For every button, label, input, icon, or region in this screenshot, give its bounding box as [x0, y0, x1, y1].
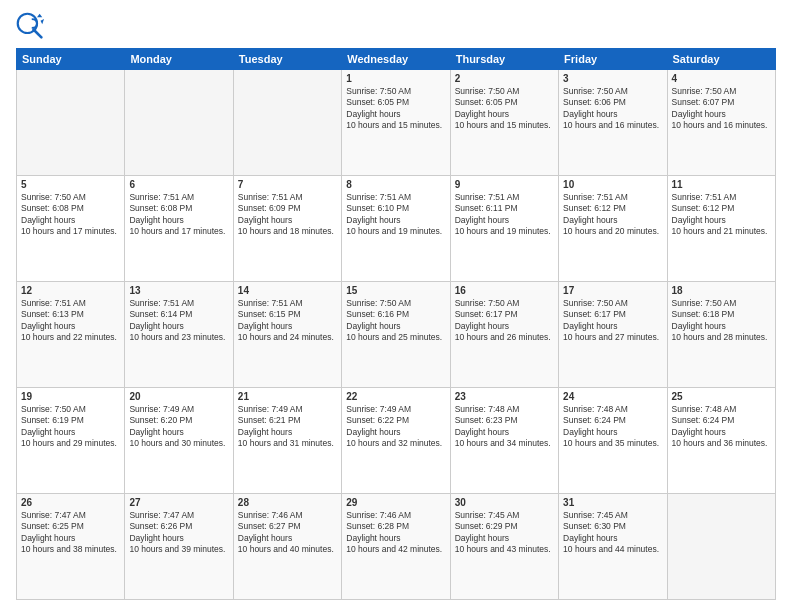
weekday-header-row: SundayMondayTuesdayWednesdayThursdayFrid…: [17, 49, 776, 70]
day-cell-empty: [233, 70, 341, 176]
cell-content: Sunrise: 7:50 AMSunset: 6:07 PMDaylight …: [672, 86, 771, 132]
day-number: 17: [563, 285, 662, 296]
svg-marker-2: [41, 19, 45, 24]
cell-content: Sunrise: 7:48 AMSunset: 6:24 PMDaylight …: [563, 404, 662, 450]
week-row-2: 5Sunrise: 7:50 AMSunset: 6:08 PMDaylight…: [17, 176, 776, 282]
day-cell-17: 17Sunrise: 7:50 AMSunset: 6:17 PMDayligh…: [559, 282, 667, 388]
day-cell-31: 31Sunrise: 7:45 AMSunset: 6:30 PMDayligh…: [559, 494, 667, 600]
cell-content: Sunrise: 7:49 AMSunset: 6:20 PMDaylight …: [129, 404, 228, 450]
weekday-header-monday: Monday: [125, 49, 233, 70]
day-number: 12: [21, 285, 120, 296]
day-cell-28: 28Sunrise: 7:46 AMSunset: 6:27 PMDayligh…: [233, 494, 341, 600]
day-number: 13: [129, 285, 228, 296]
svg-marker-1: [37, 14, 42, 18]
day-number: 28: [238, 497, 337, 508]
day-number: 9: [455, 179, 554, 190]
weekday-header-friday: Friday: [559, 49, 667, 70]
day-cell-19: 19Sunrise: 7:50 AMSunset: 6:19 PMDayligh…: [17, 388, 125, 494]
weekday-header-thursday: Thursday: [450, 49, 558, 70]
cell-content: Sunrise: 7:51 AMSunset: 6:09 PMDaylight …: [238, 192, 337, 238]
week-row-4: 19Sunrise: 7:50 AMSunset: 6:19 PMDayligh…: [17, 388, 776, 494]
cell-content: Sunrise: 7:51 AMSunset: 6:11 PMDaylight …: [455, 192, 554, 238]
day-number: 22: [346, 391, 445, 402]
day-cell-8: 8Sunrise: 7:51 AMSunset: 6:10 PMDaylight…: [342, 176, 450, 282]
day-cell-6: 6Sunrise: 7:51 AMSunset: 6:08 PMDaylight…: [125, 176, 233, 282]
day-cell-22: 22Sunrise: 7:49 AMSunset: 6:22 PMDayligh…: [342, 388, 450, 494]
cell-content: Sunrise: 7:51 AMSunset: 6:15 PMDaylight …: [238, 298, 337, 344]
cell-content: Sunrise: 7:48 AMSunset: 6:23 PMDaylight …: [455, 404, 554, 450]
day-number: 4: [672, 73, 771, 84]
cell-content: Sunrise: 7:46 AMSunset: 6:28 PMDaylight …: [346, 510, 445, 556]
day-cell-23: 23Sunrise: 7:48 AMSunset: 6:23 PMDayligh…: [450, 388, 558, 494]
day-cell-30: 30Sunrise: 7:45 AMSunset: 6:29 PMDayligh…: [450, 494, 558, 600]
cell-content: Sunrise: 7:45 AMSunset: 6:29 PMDaylight …: [455, 510, 554, 556]
cell-content: Sunrise: 7:51 AMSunset: 6:12 PMDaylight …: [672, 192, 771, 238]
day-cell-14: 14Sunrise: 7:51 AMSunset: 6:15 PMDayligh…: [233, 282, 341, 388]
day-number: 30: [455, 497, 554, 508]
day-cell-7: 7Sunrise: 7:51 AMSunset: 6:09 PMDaylight…: [233, 176, 341, 282]
day-number: 29: [346, 497, 445, 508]
day-number: 7: [238, 179, 337, 190]
day-cell-21: 21Sunrise: 7:49 AMSunset: 6:21 PMDayligh…: [233, 388, 341, 494]
week-row-1: 1Sunrise: 7:50 AMSunset: 6:05 PMDaylight…: [17, 70, 776, 176]
day-number: 14: [238, 285, 337, 296]
day-cell-27: 27Sunrise: 7:47 AMSunset: 6:26 PMDayligh…: [125, 494, 233, 600]
day-cell-3: 3Sunrise: 7:50 AMSunset: 6:06 PMDaylight…: [559, 70, 667, 176]
cell-content: Sunrise: 7:47 AMSunset: 6:25 PMDaylight …: [21, 510, 120, 556]
cell-content: Sunrise: 7:51 AMSunset: 6:14 PMDaylight …: [129, 298, 228, 344]
header: [16, 12, 776, 40]
calendar-table: SundayMondayTuesdayWednesdayThursdayFrid…: [16, 48, 776, 600]
cell-content: Sunrise: 7:50 AMSunset: 6:17 PMDaylight …: [455, 298, 554, 344]
day-cell-13: 13Sunrise: 7:51 AMSunset: 6:14 PMDayligh…: [125, 282, 233, 388]
cell-content: Sunrise: 7:48 AMSunset: 6:24 PMDaylight …: [672, 404, 771, 450]
day-cell-2: 2Sunrise: 7:50 AMSunset: 6:05 PMDaylight…: [450, 70, 558, 176]
day-cell-20: 20Sunrise: 7:49 AMSunset: 6:20 PMDayligh…: [125, 388, 233, 494]
day-cell-empty: [17, 70, 125, 176]
day-number: 18: [672, 285, 771, 296]
day-cell-16: 16Sunrise: 7:50 AMSunset: 6:17 PMDayligh…: [450, 282, 558, 388]
cell-content: Sunrise: 7:50 AMSunset: 6:08 PMDaylight …: [21, 192, 120, 238]
day-cell-1: 1Sunrise: 7:50 AMSunset: 6:05 PMDaylight…: [342, 70, 450, 176]
day-cell-29: 29Sunrise: 7:46 AMSunset: 6:28 PMDayligh…: [342, 494, 450, 600]
cell-content: Sunrise: 7:51 AMSunset: 6:10 PMDaylight …: [346, 192, 445, 238]
cell-content: Sunrise: 7:50 AMSunset: 6:05 PMDaylight …: [346, 86, 445, 132]
day-number: 19: [21, 391, 120, 402]
weekday-header-tuesday: Tuesday: [233, 49, 341, 70]
page: SundayMondayTuesdayWednesdayThursdayFrid…: [0, 0, 792, 612]
day-number: 24: [563, 391, 662, 402]
day-number: 10: [563, 179, 662, 190]
day-number: 8: [346, 179, 445, 190]
day-number: 3: [563, 73, 662, 84]
cell-content: Sunrise: 7:50 AMSunset: 6:05 PMDaylight …: [455, 86, 554, 132]
week-row-5: 26Sunrise: 7:47 AMSunset: 6:25 PMDayligh…: [17, 494, 776, 600]
cell-content: Sunrise: 7:50 AMSunset: 6:16 PMDaylight …: [346, 298, 445, 344]
cell-content: Sunrise: 7:46 AMSunset: 6:27 PMDaylight …: [238, 510, 337, 556]
day-number: 11: [672, 179, 771, 190]
weekday-header-wednesday: Wednesday: [342, 49, 450, 70]
cell-content: Sunrise: 7:51 AMSunset: 6:13 PMDaylight …: [21, 298, 120, 344]
day-cell-24: 24Sunrise: 7:48 AMSunset: 6:24 PMDayligh…: [559, 388, 667, 494]
cell-content: Sunrise: 7:50 AMSunset: 6:19 PMDaylight …: [21, 404, 120, 450]
cell-content: Sunrise: 7:51 AMSunset: 6:12 PMDaylight …: [563, 192, 662, 238]
day-number: 25: [672, 391, 771, 402]
logo: [16, 12, 48, 40]
day-number: 2: [455, 73, 554, 84]
day-number: 16: [455, 285, 554, 296]
cell-content: Sunrise: 7:50 AMSunset: 6:17 PMDaylight …: [563, 298, 662, 344]
weekday-header-sunday: Sunday: [17, 49, 125, 70]
day-number: 20: [129, 391, 228, 402]
logo-icon: [16, 12, 44, 40]
day-number: 31: [563, 497, 662, 508]
day-number: 23: [455, 391, 554, 402]
day-number: 5: [21, 179, 120, 190]
day-number: 26: [21, 497, 120, 508]
day-cell-26: 26Sunrise: 7:47 AMSunset: 6:25 PMDayligh…: [17, 494, 125, 600]
cell-content: Sunrise: 7:47 AMSunset: 6:26 PMDaylight …: [129, 510, 228, 556]
day-number: 6: [129, 179, 228, 190]
cell-content: Sunrise: 7:49 AMSunset: 6:21 PMDaylight …: [238, 404, 337, 450]
cell-content: Sunrise: 7:50 AMSunset: 6:18 PMDaylight …: [672, 298, 771, 344]
day-cell-5: 5Sunrise: 7:50 AMSunset: 6:08 PMDaylight…: [17, 176, 125, 282]
day-cell-9: 9Sunrise: 7:51 AMSunset: 6:11 PMDaylight…: [450, 176, 558, 282]
day-number: 15: [346, 285, 445, 296]
day-cell-11: 11Sunrise: 7:51 AMSunset: 6:12 PMDayligh…: [667, 176, 775, 282]
